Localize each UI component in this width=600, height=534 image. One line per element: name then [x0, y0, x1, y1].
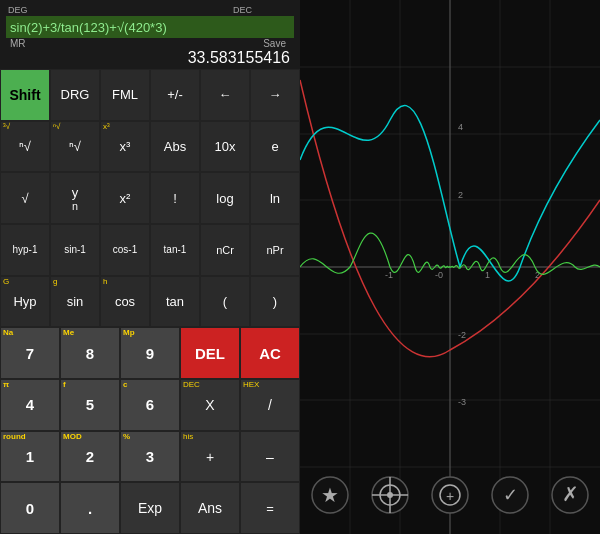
close-paren-button[interactable]: ): [250, 276, 300, 328]
drg-button[interactable]: DRG: [50, 69, 100, 121]
left-arrow-button[interactable]: ←: [200, 69, 250, 121]
four-button[interactable]: π 4: [0, 379, 60, 431]
graph-star-icon[interactable]: [315, 490, 351, 526]
svg-text:-3: -3: [458, 397, 466, 407]
mr-button[interactable]: MR: [6, 38, 26, 49]
tan-button[interactable]: tan: [150, 276, 200, 328]
calculator-panel: DEG DEC sin(2)+3/tan(123)+√(420*3) MR Sa…: [0, 0, 300, 534]
ac-button[interactable]: AC: [240, 327, 300, 379]
save-button[interactable]: Save: [263, 38, 286, 49]
graph-svg: 4 2 -2 -3 -1 -0 1 2 ★ +: [300, 0, 600, 534]
svg-text:1: 1: [485, 270, 490, 280]
expression-display: sin(2)+3/tan(123)+√(420*3): [6, 16, 294, 38]
svg-text:-1: -1: [385, 270, 393, 280]
button-row-1: Shift DRG FML +/- ← →: [0, 69, 300, 121]
graph-panel: 4 2 -2 -3 -1 -0 1 2 ★ +: [300, 0, 600, 534]
hyp-button[interactable]: G Hyp: [0, 276, 50, 328]
angle-mode-dec: DEC: [233, 5, 252, 15]
ten-x-button[interactable]: 10x: [200, 121, 250, 173]
x3-button[interactable]: x³ x³: [100, 121, 150, 173]
plus-button[interactable]: his +: [180, 431, 240, 483]
svg-text:2: 2: [458, 190, 463, 200]
button-row-8: round 1 MOD 2 % 3 his + –: [0, 431, 300, 483]
result-row: MR Save: [6, 38, 294, 49]
e-button[interactable]: e: [250, 121, 300, 173]
seven-button[interactable]: Na 7: [0, 327, 60, 379]
expression-text: sin(2)+3/tan(123)+√(420*3): [10, 20, 167, 35]
nine-button[interactable]: Mp 9: [120, 327, 180, 379]
eight-button[interactable]: Me 8: [60, 327, 120, 379]
decimal-button[interactable]: .: [60, 482, 120, 534]
one-button[interactable]: round 1: [0, 431, 60, 483]
angle-mode-deg: DEG: [8, 5, 28, 15]
sin-inv-button[interactable]: sin-1: [50, 224, 100, 276]
three-button[interactable]: % 3: [120, 431, 180, 483]
button-row-4: hyp-1 sin-1 cos-1 tan-1 nCr nPr: [0, 224, 300, 276]
exp-button[interactable]: Exp: [120, 482, 180, 534]
fml-button[interactable]: FML: [100, 69, 150, 121]
minus-button[interactable]: –: [240, 431, 300, 483]
del-button[interactable]: DEL: [180, 327, 240, 379]
svg-text:4: 4: [458, 122, 463, 132]
button-row-5: G Hyp g sin h cos tan ( ): [0, 276, 300, 328]
open-paren-button[interactable]: (: [200, 276, 250, 328]
two-button[interactable]: MOD 2: [60, 431, 120, 483]
yn-button[interactable]: yn: [50, 172, 100, 224]
button-grid: Shift DRG FML +/- ← → ³√ ⁿ√ ⁿ√ ⁿ√ x³ x³ …: [0, 69, 300, 534]
ln-button[interactable]: ln: [250, 172, 300, 224]
graph-close-icon[interactable]: [555, 490, 591, 526]
six-button[interactable]: c 6: [120, 379, 180, 431]
button-row-2: ³√ ⁿ√ ⁿ√ ⁿ√ x³ x³ Abs 10x e: [0, 121, 300, 173]
button-row-7: π 4 f 5 c 6 DEC X HEX /: [0, 379, 300, 431]
cos-button[interactable]: h cos: [100, 276, 150, 328]
x2-button[interactable]: x²: [100, 172, 150, 224]
five-button[interactable]: f 5: [60, 379, 120, 431]
equals-button[interactable]: =: [240, 482, 300, 534]
sin-button[interactable]: g sin: [50, 276, 100, 328]
ncr-button[interactable]: nCr: [200, 224, 250, 276]
graph-check-icon[interactable]: [495, 490, 531, 526]
ans-button[interactable]: Ans: [180, 482, 240, 534]
display-area: DEG DEC sin(2)+3/tan(123)+√(420*3) MR Sa…: [0, 0, 300, 69]
tan-inv-button[interactable]: tan-1: [150, 224, 200, 276]
svg-text:-0: -0: [435, 270, 443, 280]
plus-minus-button[interactable]: +/-: [150, 69, 200, 121]
cos-inv-button[interactable]: cos-1: [100, 224, 150, 276]
multiply-button[interactable]: DEC X: [180, 379, 240, 431]
result-display: 33.583155416: [184, 49, 294, 66]
factorial-button[interactable]: !: [150, 172, 200, 224]
svg-text:-2: -2: [458, 330, 466, 340]
button-row-3: √ yn x² ! log ln: [0, 172, 300, 224]
nth-root-button[interactable]: ⁿ√ ⁿ√: [50, 121, 100, 173]
abs-button[interactable]: Abs: [150, 121, 200, 173]
graph-zoom-in-icon[interactable]: [435, 490, 471, 526]
right-arrow-button[interactable]: →: [250, 69, 300, 121]
hyp-inv-button[interactable]: hyp-1: [0, 224, 50, 276]
graph-crosshair-icon[interactable]: [375, 490, 411, 526]
button-row-9: 0 . Exp Ans =: [0, 482, 300, 534]
zero-button[interactable]: 0: [0, 482, 60, 534]
npr-button[interactable]: nPr: [250, 224, 300, 276]
button-row-6: Na 7 Me 8 Mp 9 DEL AC: [0, 327, 300, 379]
divide-button[interactable]: HEX /: [240, 379, 300, 431]
sqrt-button[interactable]: √: [0, 172, 50, 224]
shift-button[interactable]: Shift: [0, 69, 50, 121]
log-button[interactable]: log: [200, 172, 250, 224]
cube-root-button[interactable]: ³√ ⁿ√: [0, 121, 50, 173]
